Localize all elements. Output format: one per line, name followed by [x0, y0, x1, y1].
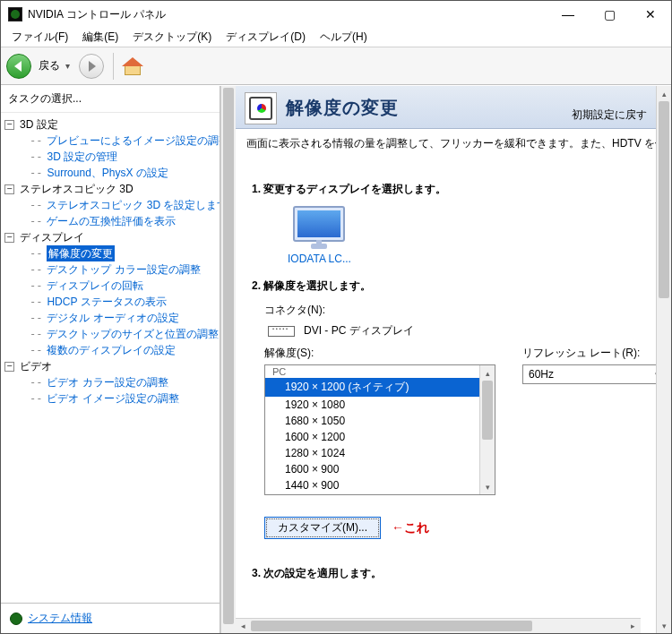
- tree-toggle[interactable]: −: [4, 120, 14, 130]
- window-title: NVIDIA コントロール パネル: [28, 7, 547, 22]
- resolution-item[interactable]: 1920 × 1200 (ネイティブ): [265, 378, 479, 397]
- scroll-up-icon[interactable]: ▴: [657, 86, 671, 101]
- page-title: 解像度の変更: [286, 96, 572, 120]
- tree-item-multi[interactable]: 複数のディスプレイの設定: [47, 342, 176, 358]
- tree-item-stereo-setup[interactable]: ステレオスコピック 3D を設定します: [47, 197, 220, 213]
- resolution-item[interactable]: 1600 × 900: [265, 461, 479, 477]
- menubar: ファイル(F) 編集(E) デスクトップ(K) ディスプレイ(D) ヘルプ(H): [1, 28, 671, 47]
- system-info-link[interactable]: システム情報: [28, 611, 92, 626]
- sidebar: タスクの選択... −3D 設定 --プレビューによるイメージ設定の調整 --3…: [1, 86, 220, 633]
- toolbar: 戻る ▾: [1, 47, 671, 85]
- minimize-button[interactable]: —: [547, 1, 589, 28]
- main-hscrollbar[interactable]: ◂ ▸: [236, 618, 641, 633]
- tree-cat-stereo[interactable]: ステレオスコピック 3D: [20, 181, 134, 197]
- resolution-listbox[interactable]: PC1920 × 1200 (ネイティブ)1920 × 10801680 × 1…: [264, 364, 495, 495]
- resolution-icon: [245, 92, 277, 124]
- monitor-icon: [293, 206, 345, 249]
- tree-item-video-image[interactable]: ビデオ イメージ設定の調整: [47, 390, 178, 407]
- tree-item-size-pos[interactable]: デスクトップのサイズと位置の調整: [47, 326, 219, 342]
- scroll-down-icon[interactable]: ▾: [480, 479, 495, 494]
- connector-value: DVI - PC ディスプレイ: [304, 323, 414, 338]
- menu-help[interactable]: ヘルプ(H): [313, 28, 375, 47]
- tree-item-video-color[interactable]: ビデオ カラー設定の調整: [47, 374, 168, 390]
- tree-item-surround[interactable]: Surround、PhysX の設定: [47, 165, 168, 181]
- refresh-select[interactable]: 60Hz ▾: [522, 364, 656, 384]
- forward-button[interactable]: [79, 54, 104, 79]
- toolbar-separator: [113, 53, 114, 80]
- tree-cat-display[interactable]: ディスプレイ: [20, 229, 84, 245]
- tree-cat-video[interactable]: ビデオ: [20, 358, 52, 374]
- back-dropdown-icon[interactable]: ▾: [65, 61, 70, 71]
- back-button[interactable]: [6, 54, 31, 79]
- menu-display[interactable]: ディスプレイ(D): [219, 28, 313, 47]
- info-icon: [10, 613, 22, 625]
- tree-cat-3d[interactable]: 3D 設定: [20, 116, 58, 133]
- tree-item-resolution[interactable]: 解像度の変更: [47, 245, 115, 261]
- scroll-up-icon[interactable]: ▴: [480, 365, 495, 381]
- sidebar-footer: システム情報: [1, 603, 220, 633]
- step3-label: 3. 次の設定を適用します。: [252, 566, 640, 581]
- menu-desktop[interactable]: デスクトップ(K): [125, 28, 219, 47]
- tree-toggle[interactable]: −: [4, 233, 14, 243]
- close-button[interactable]: ✕: [630, 1, 671, 28]
- refresh-label: リフレッシュ レート(R):: [522, 346, 656, 361]
- tree-item-hdcp[interactable]: HDCP ステータスの表示: [47, 294, 166, 310]
- resolution-group: PC: [265, 365, 479, 378]
- scroll-left-icon[interactable]: ◂: [236, 619, 251, 633]
- resolution-item[interactable]: 1680 × 1050: [265, 413, 479, 429]
- resolution-item[interactable]: 1600 × 1200: [265, 429, 479, 445]
- resolution-item[interactable]: 1920 × 1080: [265, 397, 479, 413]
- task-tree: −3D 設定 --プレビューによるイメージ設定の調整 --3D 設定の管理 --…: [1, 113, 220, 603]
- resolution-item[interactable]: 1280 × 1024: [265, 445, 479, 461]
- nvidia-icon: [8, 7, 22, 21]
- tree-item-rotation[interactable]: ディスプレイの回転: [47, 278, 143, 294]
- listbox-scrollbar[interactable]: ▴ ▾: [479, 365, 495, 494]
- customize-button[interactable]: カスタマイズ(M)...: [264, 517, 381, 539]
- reset-defaults-link[interactable]: 初期設定に戻す: [572, 107, 647, 124]
- page-header: 解像度の変更 初期設定に戻す: [236, 86, 656, 129]
- scroll-down-icon[interactable]: ▾: [657, 618, 671, 633]
- tree-item-3d-preview[interactable]: プレビューによるイメージ設定の調整: [47, 133, 220, 149]
- scroll-right-icon[interactable]: ▸: [625, 619, 641, 633]
- main-panel: 解像度の変更 初期設定に戻す 画面に表示される情報の量を調整して、フリッカーを緩…: [236, 86, 671, 633]
- tree-item-3d-manage[interactable]: 3D 設定の管理: [47, 149, 117, 165]
- resolution-label: 解像度(S):: [264, 346, 495, 361]
- sidebar-scrollbar[interactable]: [220, 86, 236, 633]
- connector-label: コネクタ(N):: [264, 303, 640, 318]
- tree-item-desktop-color[interactable]: デスクトップ カラー設定の調整: [47, 261, 200, 278]
- main-vscrollbar[interactable]: ▴ ▾: [656, 86, 671, 633]
- menu-edit[interactable]: 編集(E): [75, 28, 125, 47]
- resolution-item[interactable]: 1440 × 900: [265, 477, 479, 493]
- display-label: IODATA LC...: [288, 253, 350, 265]
- tree-toggle[interactable]: −: [4, 184, 14, 194]
- page-description: 画面に表示される情報の量を調整して、フリッカーを緩和できます。また、HDTV を…: [236, 129, 656, 158]
- refresh-value: 60Hz: [529, 368, 554, 381]
- dvi-icon: [268, 326, 295, 337]
- tree-item-stereo-compat[interactable]: ゲームの互換性評価を表示: [47, 213, 176, 229]
- menu-file[interactable]: ファイル(F): [4, 28, 75, 47]
- display-selector[interactable]: IODATA LC...: [288, 206, 350, 265]
- back-label: 戻る: [39, 58, 60, 73]
- maximize-button[interactable]: ▢: [589, 1, 630, 28]
- titlebar: NVIDIA コントロール パネル — ▢ ✕: [1, 1, 671, 28]
- step2-label: 2. 解像度を選択します。: [252, 278, 640, 294]
- home-button[interactable]: [123, 56, 144, 77]
- step1-label: 1. 変更するディスプレイを選択します。: [252, 182, 640, 197]
- annotation-arrow: ←これ: [392, 520, 429, 536]
- tree-toggle[interactable]: −: [4, 362, 14, 372]
- tree-item-audio[interactable]: デジタル オーディオの設定: [47, 310, 178, 326]
- sidebar-heading: タスクの選択...: [1, 86, 220, 113]
